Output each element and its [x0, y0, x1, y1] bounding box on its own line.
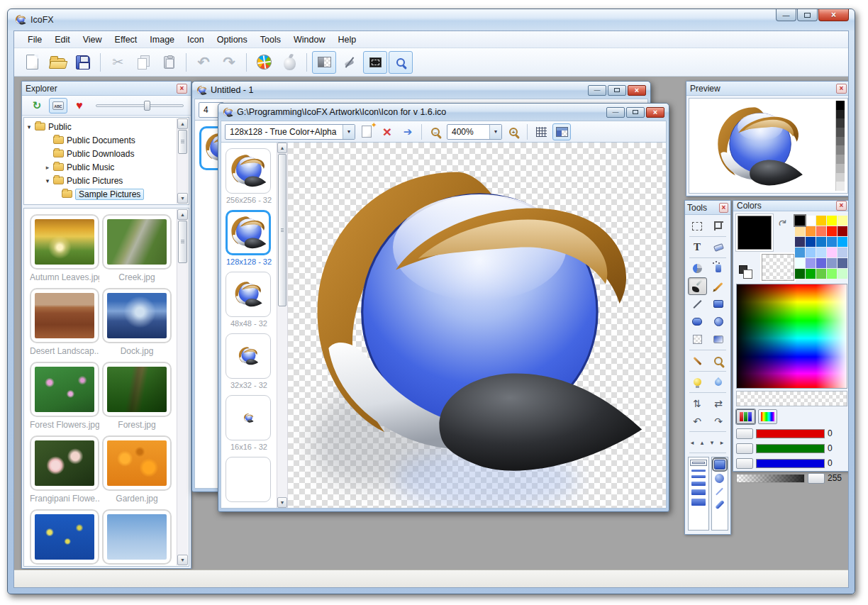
ico-titlebar[interactable]: G:\Programming\IcoFX Artwork\Icon\Icon f…: [218, 104, 669, 121]
macintosh-icons-button[interactable]: [277, 51, 301, 74]
alpha-strip[interactable]: [736, 391, 847, 406]
tool-pencil[interactable]: [709, 277, 728, 295]
nudge-right-button[interactable]: ▸: [718, 433, 728, 451]
palette-color[interactable]: [827, 216, 837, 226]
default-colors-icon[interactable]: [739, 265, 747, 274]
alpha-slider-track[interactable]: [736, 474, 805, 483]
minimize-button[interactable]: —: [606, 107, 625, 118]
line-width-1-selected[interactable]: [690, 460, 707, 466]
minimize-button[interactable]: —: [588, 85, 606, 96]
grid-toggle[interactable]: [532, 123, 550, 140]
tool-rounded-rectangle[interactable]: [688, 313, 707, 331]
tool-lighten[interactable]: [688, 373, 707, 391]
tool-crop[interactable]: [709, 217, 728, 235]
tools-panel-titlebar[interactable]: Tools ×: [685, 201, 730, 215]
palette-color[interactable]: [838, 269, 847, 279]
format-combo[interactable]: 128x128 - True Color+Alpha ▾: [225, 124, 355, 140]
menu-window[interactable]: Window: [287, 33, 331, 47]
tree-item-public-documents[interactable]: Public Documents: [24, 133, 189, 147]
menu-image[interactable]: Image: [143, 33, 181, 47]
zoom-out-button[interactable]: –: [426, 123, 445, 140]
palette-color[interactable]: [827, 269, 837, 279]
tool-transparency[interactable]: [688, 331, 707, 348]
minimize-button[interactable]: —: [776, 9, 796, 21]
menu-edit[interactable]: Edit: [48, 33, 77, 47]
palette-color[interactable]: [806, 237, 816, 247]
palette-color[interactable]: [816, 226, 826, 236]
close-button[interactable]: ×: [646, 107, 664, 118]
blue-slider-thumb[interactable]: [736, 458, 753, 469]
red-slider[interactable]: 0: [736, 428, 847, 439]
zoom-combo[interactable]: 400% ▾: [447, 124, 502, 140]
tree-item-sample-pictures[interactable]: Sample Pictures: [24, 187, 189, 201]
size-item-256[interactable]: 256x256 - 32: [226, 148, 272, 204]
hsv-gradient-picker[interactable]: [736, 284, 847, 389]
paste-button[interactable]: [157, 51, 181, 74]
draw-transparent-toggle[interactable]: [338, 51, 362, 74]
cut-button[interactable]: [106, 51, 130, 74]
tool-brush-selected[interactable]: [688, 277, 707, 295]
palette-color[interactable]: [795, 226, 805, 236]
size-item-32[interactable]: 32x32 - 32: [226, 333, 272, 389]
tool-select[interactable]: [688, 217, 707, 235]
panels-toggle[interactable]: [552, 123, 571, 140]
tool-ellipse[interactable]: [709, 313, 728, 331]
expander-icon[interactable]: ▾: [43, 177, 52, 184]
size-item-16[interactable]: 16x16 - 32: [226, 395, 272, 451]
alpha-slider[interactable]: 255: [736, 472, 847, 484]
close-button[interactable]: ×: [818, 9, 849, 21]
tool-gradient[interactable]: [709, 331, 728, 348]
file-forest-flowers[interactable]: Forest Flowers.jpg: [30, 362, 99, 430]
green-slider[interactable]: 0: [736, 443, 847, 454]
open-button[interactable]: [45, 51, 69, 74]
tool-spray[interactable]: [709, 260, 728, 277]
tree-item-public-pictures[interactable]: ▾ Public Pictures: [24, 174, 189, 187]
blue-slider-track[interactable]: [756, 459, 825, 468]
explorer-close-button[interactable]: ×: [177, 84, 187, 94]
palette-color[interactable]: [827, 226, 837, 236]
menu-icon[interactable]: Icon: [181, 33, 211, 47]
line-width-3[interactable]: [691, 475, 706, 478]
tool-flip-horizontal[interactable]: ⇄: [709, 394, 728, 412]
tools-close-button[interactable]: ×: [719, 203, 728, 213]
file-forest[interactable]: Forest.jpg: [102, 362, 172, 430]
blue-slider[interactable]: 0: [736, 457, 847, 469]
document-window-icofx-ico[interactable]: G:\Programming\IcoFX Artwork\Icon\Icon f…: [218, 103, 669, 512]
slider-thumb[interactable]: [144, 101, 150, 111]
file-creek[interactable]: Creek.jpg: [102, 214, 172, 282]
line-width-6[interactable]: [691, 499, 706, 506]
nudge-left-button[interactable]: ◂: [688, 433, 698, 451]
size-item-128-selected[interactable]: 128x128 - 32: [226, 210, 272, 266]
save-button[interactable]: [71, 51, 95, 74]
shape-square-selected[interactable]: [714, 460, 725, 470]
tool-rotate-left[interactable]: ↶: [688, 412, 707, 430]
file-garden[interactable]: Garden.jpg: [102, 435, 172, 504]
menu-file[interactable]: File: [21, 33, 48, 47]
rgb-sliders-toggle[interactable]: [736, 409, 755, 424]
palette-color[interactable]: [795, 237, 805, 247]
tool-zoom[interactable]: [709, 352, 728, 370]
line-width-5[interactable]: [691, 489, 706, 495]
brush-shape-list[interactable]: [711, 457, 728, 531]
tree-item-public-downloads[interactable]: Public Downloads: [24, 147, 189, 160]
palette-color[interactable]: [838, 216, 847, 226]
menu-effect[interactable]: Effect: [108, 33, 144, 47]
line-width-list[interactable]: [688, 457, 709, 531]
maximize-button[interactable]: [797, 9, 818, 21]
file-partial-1[interactable]: [30, 509, 99, 565]
rainbow-picker-toggle[interactable]: [758, 409, 777, 424]
line-width-2[interactable]: [691, 470, 706, 472]
palette-color[interactable]: [806, 216, 816, 226]
palette-color[interactable]: [816, 269, 826, 279]
close-button[interactable]: ×: [628, 85, 646, 96]
preview-close-button[interactable]: ×: [836, 84, 847, 94]
size-item-partial[interactable]: [226, 457, 272, 502]
tool-blur[interactable]: [709, 373, 728, 391]
colors-close-button[interactable]: ×: [836, 201, 847, 211]
tree-scrollbar[interactable]: ▲ ▼: [177, 118, 188, 204]
transparency-preview-toggle[interactable]: [312, 51, 336, 74]
palette-color[interactable]: [838, 258, 847, 268]
chevron-down-icon[interactable]: ▾: [489, 125, 501, 139]
scroll-thumb[interactable]: [178, 130, 187, 154]
file-dock[interactable]: Dock.jpg: [102, 288, 172, 356]
